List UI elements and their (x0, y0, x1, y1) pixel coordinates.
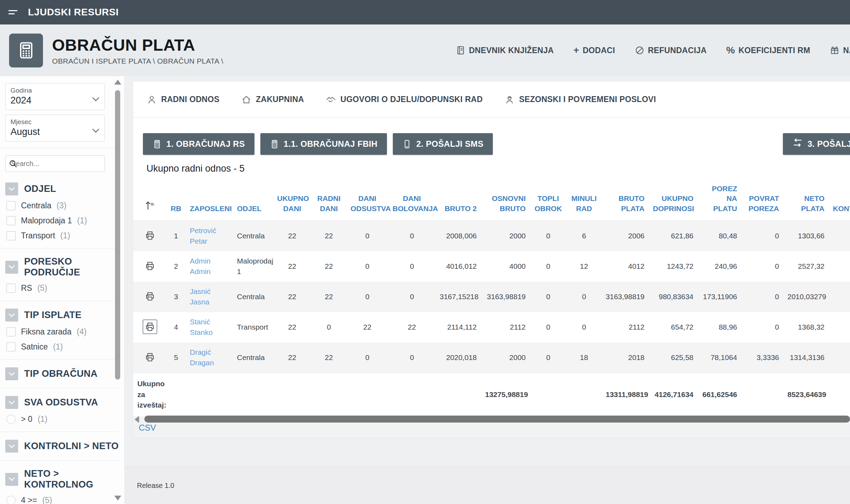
checkbox-icon[interactable] (6, 283, 16, 293)
cell-value: 0 (530, 312, 567, 343)
header-action-refundacija[interactable]: REFUNDACIJA (635, 45, 707, 55)
radio-icon[interactable] (6, 415, 16, 424)
topbar: LJUDSKI RESURSI (0, 0, 850, 24)
col-header-dani-bolovanja[interactable]: DANI BOLOVANJA (388, 178, 435, 221)
checkbox-icon[interactable] (6, 327, 16, 337)
person-icon (146, 94, 157, 105)
filter-section-kontrolni-neto: KONTROLNI > NETO (0, 432, 119, 453)
col-header-neto-plata[interactable]: NETO PLATA (783, 178, 829, 221)
col-header-sort[interactable] (133, 178, 166, 221)
col-header-zaposleni[interactable]: ZAPOSLENI (186, 178, 233, 221)
tab-sezonski-i-povremeni-poslovi[interactable]: SEZONSKI I POVREMENI POSLOVI (504, 94, 656, 105)
col-header-odjel[interactable]: ODJEL (233, 178, 273, 221)
scroll-up-icon[interactable] (114, 80, 121, 85)
send-to-payout-button[interactable]: 3. POŠALJI NA (783, 133, 850, 155)
month-select[interactable]: Mjesec August (5, 115, 105, 142)
checkbox-icon[interactable] (6, 201, 16, 210)
sidebar-scrollbar[interactable] (114, 78, 122, 503)
radio-icon[interactable] (6, 496, 16, 504)
filter-item-rs[interactable]: RS (5) (6, 283, 119, 293)
print-icon[interactable] (143, 350, 157, 365)
scroll-left-icon[interactable] (135, 416, 139, 423)
filter-item-transport[interactable]: Transport (1) (6, 231, 119, 240)
horizontal-scrollbar[interactable] (135, 416, 850, 423)
year-select[interactable]: Godina 2024 (5, 83, 105, 110)
col-header-kontrolni[interactable]: KONTROLNI (829, 178, 850, 221)
col-header-osnovni-bruto[interactable]: OSNOVNI BRUTO (481, 178, 530, 221)
section-header-tip-isplate[interactable]: TIP ISPLATE (5, 309, 119, 322)
employee-link[interactable]: Admin Admin (190, 257, 211, 275)
collapse-chevron-icon[interactable] (5, 182, 18, 195)
tab-radni-odnos[interactable]: RADNI ODNOS (146, 94, 219, 105)
header-action-na[interactable]: NA (830, 45, 850, 55)
col-header-topli-obrok[interactable]: TOPLI OBROK (530, 178, 567, 221)
col-header-minuli-rad[interactable]: MINULI RAD (567, 178, 602, 221)
scrollbar-thumb[interactable] (115, 90, 120, 380)
filter-item-fiksna-zarada[interactable]: Fiksna zarada (4) (6, 327, 119, 337)
col-header-radni-dani[interactable]: RADNI DANI (311, 178, 346, 221)
employee-link[interactable]: Petrović Petar (190, 226, 216, 245)
section-header-sva-odsustva[interactable]: SVA ODSUSTVA (5, 396, 119, 409)
section-header-poresko-podrucije[interactable]: PORESKO PODRUČIJE (5, 256, 119, 278)
scroll-down-icon[interactable] (114, 496, 121, 501)
header-action-koeficijenti-rm[interactable]: %KOEFICIJENTI RM (726, 45, 810, 56)
col-header-povrat-poreza[interactable]: POVRAT POREZA (741, 178, 783, 221)
section-header-neto-kontrolnog[interactable]: NETO > KONTROLNOG (5, 468, 119, 490)
scrollbar-thumb[interactable] (144, 416, 850, 423)
collapse-chevron-icon[interactable] (5, 396, 18, 409)
employee-link[interactable]: Dragić Dragan (190, 348, 214, 367)
col-header-bruto-2[interactable]: BRUTO 2 (435, 178, 481, 221)
totals-value (741, 373, 783, 416)
header-action-dnevnik-knjizenja[interactable]: DNEVNIK KNJIŽENJA (456, 45, 554, 55)
month-label: Mjesec (10, 118, 100, 126)
breadcrumb[interactable]: OBRAČUN I ISPLATE PLATA \ OBRAČUN PLATA … (52, 57, 223, 65)
col-header-rb[interactable]: RB (166, 178, 186, 221)
print-icon[interactable] (143, 259, 157, 273)
col-header-ukupno-dani[interactable]: UKUPNO DANI (273, 178, 311, 221)
employee-link[interactable]: Jasnić Jasna (190, 287, 211, 306)
filter-item-maloprodaja-1[interactable]: Maloprodaja 1 (1) (6, 216, 119, 225)
button-2-posalji-sms[interactable]: 2. POŠALJI SMS (393, 133, 493, 155)
totals-value (311, 373, 346, 416)
cell-value: 18 (567, 343, 602, 373)
checkbox-icon[interactable] (6, 342, 16, 352)
col-header-ukupno-doprinosi[interactable]: UKUPNO DOPRINOSI (649, 178, 698, 221)
col-header-dani-odsustva[interactable]: DANI ODSUSTVA (346, 178, 388, 221)
checkbox-icon[interactable] (6, 231, 16, 240)
search-input[interactable] (6, 160, 105, 168)
filter-item-satnice[interactable]: Satnice (1) (6, 342, 119, 352)
collapse-chevron-icon[interactable] (5, 473, 18, 486)
col-header-porez-na-platu[interactable]: POREZ NA PLATU (698, 178, 741, 221)
totals-value (435, 373, 481, 416)
section-header-kontrolni-neto[interactable]: KONTROLNI > NETO (5, 440, 119, 453)
print-icon[interactable] (143, 319, 157, 334)
employee-link[interactable]: Stanić Stanko (190, 318, 212, 336)
csv-export-link[interactable]: CSV (139, 423, 156, 433)
print-icon[interactable] (143, 228, 157, 243)
menu-icon[interactable] (8, 10, 17, 14)
filter-item-4[interactable]: 4 >= (5) (6, 496, 119, 504)
cell-rb: 4 (166, 312, 186, 343)
handshake-icon (326, 94, 336, 105)
filter-section-neto-kontrolnog: NETO > KONTROLNOG 4 >= (5) (0, 460, 119, 504)
section-header-odjel[interactable]: ODJEL (5, 182, 119, 195)
filter-item-0[interactable]: > 0 (1) (6, 415, 119, 424)
section-header-tip-obracuna[interactable]: TIP OBRAČUNA (5, 367, 119, 380)
cell-value: 654,72 (649, 312, 698, 343)
tab-ugovori-o-djelu-dopunski-rad[interactable]: UGOVORI O DJELU/DOPUNSKI RAD (326, 94, 483, 105)
button-1-obracunaj-rs[interactable]: 1. OBRAČUNAJ RS (143, 133, 254, 155)
plus-icon: + (574, 45, 579, 56)
collapse-chevron-icon[interactable] (5, 309, 18, 322)
filter-item-centrala[interactable]: Centrala (3) (6, 201, 119, 210)
table-wrap: RBZAPOSLENIODJELUKUPNO DANIRADNI DANIDAN… (133, 178, 850, 416)
sort-icon[interactable] (144, 199, 156, 211)
collapse-chevron-icon[interactable] (5, 440, 18, 453)
header-action-dodaci[interactable]: +DODACI (574, 45, 615, 56)
checkbox-icon[interactable] (6, 216, 16, 225)
tab-zakupnina[interactable]: ZAKUPNINA (241, 94, 304, 105)
col-header-bruto-plata[interactable]: BRUTO PLATA (602, 178, 649, 221)
print-icon[interactable] (143, 289, 157, 304)
collapse-chevron-icon[interactable] (5, 367, 18, 380)
button-1-1-obracunaj-fbih[interactable]: 1.1. OBRAČUNAJ FBIH (260, 133, 387, 155)
collapse-chevron-icon[interactable] (5, 261, 18, 274)
